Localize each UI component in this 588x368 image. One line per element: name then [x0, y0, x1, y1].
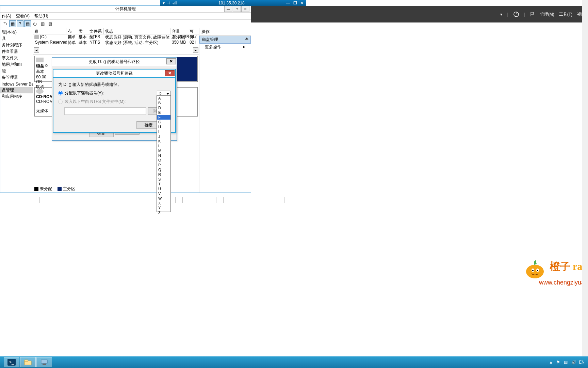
tree-item[interactable]: 件查看器	[0, 48, 33, 55]
hscroll-right[interactable]: ▸	[193, 47, 198, 53]
dropdown-option[interactable]: W	[157, 196, 170, 201]
dropdown-option[interactable]: P	[157, 163, 170, 167]
svg-text:>_: >_	[9, 360, 14, 365]
refresh-icon[interactable]	[513, 11, 519, 17]
drive-letter-dropdown[interactable]: ABDEFGHIJKLMNOPQRSTUVWXYZ	[157, 95, 171, 212]
dlg2-close-button[interactable]: ✕	[165, 70, 175, 76]
mount-path-input[interactable]	[64, 107, 146, 115]
toolbar-refresh-icon[interactable]: ⭮	[32, 20, 38, 27]
tree-item[interactable]: 和应用程序	[0, 93, 33, 100]
col-status[interactable]: 状态	[104, 28, 170, 34]
dropdown-option[interactable]: Z	[157, 210, 170, 215]
toolbar-btn-5[interactable]: ▥	[39, 20, 46, 27]
tray-flag-icon[interactable]: ⚑	[556, 360, 561, 365]
dropdown-option[interactable]: X	[157, 201, 170, 205]
radio-assign-input[interactable]	[58, 91, 63, 95]
drive-icon	[34, 35, 39, 39]
actions-disk-mgmt[interactable]: 磁盘管理	[199, 36, 251, 44]
dropdown-option[interactable]: E	[157, 110, 170, 115]
tray-sound-icon[interactable]: 🔊	[571, 360, 576, 365]
servermgr-dropdown-icon[interactable]: ▾	[500, 12, 502, 17]
dropdown-option[interactable]: L	[157, 143, 170, 148]
svg-point-3	[532, 270, 534, 271]
toolbar-back-icon[interactable]: ⮌	[2, 20, 9, 27]
mmc-tree[interactable]: 理(本地) 具 务计划程序 件查看器 享文件夹 地用户和组 能 备管理器 ind…	[0, 28, 33, 193]
rdp-close-button[interactable]: ✕	[299, 1, 304, 5]
tree-item[interactable]: 享文件夹	[0, 55, 33, 61]
volume-list-header: 卷 布局 类型 文件系统 状态 容量 可月	[33, 28, 199, 34]
dropdown-option[interactable]: D	[157, 105, 170, 110]
tree-item[interactable]: 能	[0, 68, 33, 74]
col-fs[interactable]: 文件系统	[88, 28, 104, 34]
dropdown-option[interactable]: N	[157, 153, 170, 158]
actions-more[interactable]: 更多操作▸	[199, 44, 251, 51]
mmc-maximize-button[interactable]: □	[233, 6, 241, 12]
col-layout[interactable]: 布局	[66, 28, 77, 34]
dropdown-option[interactable]: Q	[157, 167, 170, 172]
dropdown-option[interactable]: M	[157, 148, 170, 153]
dropdown-option[interactable]: J	[157, 134, 170, 139]
tree-item-disk-management[interactable]: 盘管理	[0, 87, 33, 93]
svg-rect-11	[43, 364, 46, 365]
tree-item[interactable]: 具	[0, 35, 33, 42]
mmc-minimize-button[interactable]: —	[224, 6, 232, 12]
tree-item[interactable]: 务计划程序	[0, 42, 33, 48]
servermgr-tools[interactable]: 工具(T)	[559, 12, 572, 17]
servermgr-manage[interactable]: 管理(M)	[540, 12, 554, 17]
dropdown-option[interactable]: V	[157, 191, 170, 196]
rdp-minimize-button[interactable]: —	[286, 1, 291, 5]
page-scrollbar[interactable]	[582, 0, 588, 356]
toolbar-btn-2[interactable]: ?	[17, 20, 23, 27]
volume-row[interactable]: System Reserved 简单 基本 NTFS 状态良好 (系统, 活动,…	[33, 40, 199, 45]
col-type[interactable]: 类型	[77, 28, 88, 34]
taskbar-powershell-button[interactable]: >_	[4, 357, 19, 367]
dlg1-close-button[interactable]: ✕	[166, 58, 176, 64]
taskbar-explorer-button[interactable]	[20, 357, 36, 367]
tray-lang[interactable]: EN	[579, 360, 585, 365]
dropdown-option[interactable]: U	[157, 186, 170, 191]
radio-mount-folder[interactable]: 装入以下空白 NTFS 文件夹中(M):	[58, 99, 170, 105]
tray-network-icon[interactable]: ▤	[564, 360, 569, 365]
toolbar-btn-1[interactable]: ▦	[9, 20, 16, 27]
dropdown-option[interactable]: H	[157, 124, 170, 129]
dropdown-option[interactable]: T	[157, 182, 170, 186]
mmc-titlebar: 计算机管理 — □ ✕	[0, 6, 251, 13]
radio-assign-letter[interactable]: 分配以下驱动器号(A):	[58, 90, 170, 96]
menu-action[interactable]: 作(A)	[2, 13, 11, 19]
hscroll-left[interactable]: ◂	[34, 47, 39, 53]
dropdown-option[interactable]: R	[157, 172, 170, 177]
tree-item[interactable]: 备管理器	[0, 74, 33, 81]
dropdown-option[interactable]: Y	[157, 205, 170, 210]
volume-list[interactable]: (C:) 简单 基本 NTFS 状态良好 (启动, 页面文件, 故障转储, 主分…	[33, 34, 199, 47]
col-capacity[interactable]: 容量	[170, 28, 188, 34]
rdp-pin-icon[interactable]: ▾	[163, 1, 165, 5]
toolbar-btn-6[interactable]: ▧	[47, 20, 53, 27]
taskbar-servermgr-button[interactable]	[36, 357, 52, 367]
watermark-brand: 橙子	[550, 261, 573, 272]
tree-item[interactable]: 理(本地)	[0, 29, 33, 35]
watermark-url: www.chengziyuan	[539, 279, 588, 286]
tree-item[interactable]: indows Server Back	[0, 81, 33, 87]
flag-icon[interactable]	[530, 12, 535, 17]
volume-row[interactable]: (C:) 简单 基本 NTFS 状态良好 (启动, 页面文件, 故障转储, 主分…	[33, 34, 199, 40]
dropdown-option[interactable]: K	[157, 139, 170, 143]
col-free[interactable]: 可月	[188, 28, 199, 34]
dropdown-option[interactable]: A	[157, 96, 170, 101]
dropdown-option[interactable]: O	[157, 158, 170, 163]
menu-help[interactable]: 帮助(H)	[34, 13, 48, 19]
toolbar-btn-3[interactable]: ▤	[24, 20, 31, 27]
tray-icon[interactable]: ▲	[549, 360, 554, 365]
dropdown-option[interactable]: S	[157, 177, 170, 182]
dropdown-option[interactable]: G	[157, 120, 170, 124]
dropdown-option[interactable]: I	[157, 129, 170, 134]
rdp-pin2-icon[interactable]: ⊣	[167, 1, 170, 5]
col-volume[interactable]: 卷	[33, 28, 66, 34]
dropdown-option[interactable]: B	[157, 101, 170, 105]
radio-mount-input[interactable]	[58, 99, 63, 104]
menu-view[interactable]: 查看(V)	[16, 13, 30, 19]
tree-item[interactable]: 地用户和组	[0, 61, 33, 68]
mmc-close-button[interactable]: ✕	[241, 6, 249, 12]
rdp-ip: 101.35.30.218	[177, 1, 286, 5]
rdp-restore-button[interactable]: ❐	[293, 1, 297, 5]
dropdown-option[interactable]: F	[157, 115, 170, 120]
